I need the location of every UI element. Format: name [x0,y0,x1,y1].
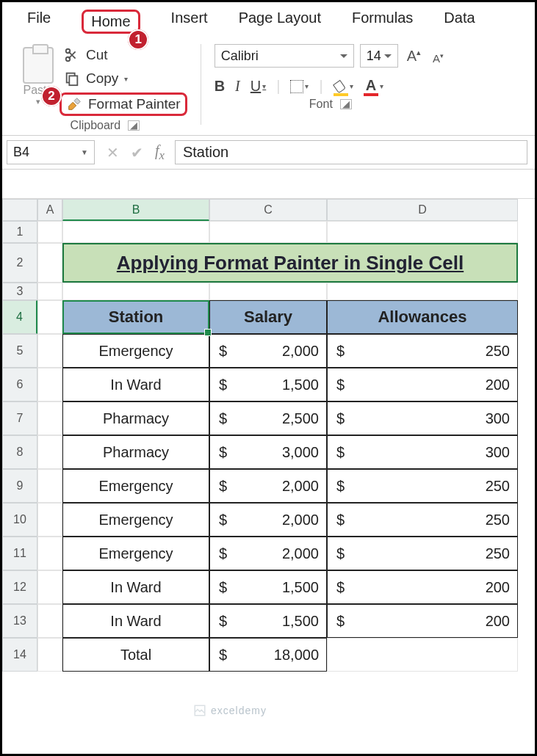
cell-allowances[interactable]: $250 [327,503,518,537]
tab-home[interactable]: Home 1 [82,10,140,34]
cell-allowances[interactable]: $200 [327,604,518,638]
copy-button[interactable]: Copy ▾ [60,69,187,88]
cell[interactable] [37,435,62,469]
cell[interactable] [327,283,518,300]
cell-station[interactable]: In Ward [62,570,209,604]
row-header[interactable]: 7 [2,401,37,435]
worksheet-grid[interactable]: A B C D 1 2 Applying Format Painter in S… [2,199,535,334]
cell[interactable] [209,283,327,300]
header-allowances[interactable]: Allowances [327,300,518,334]
cell-allowances[interactable]: $200 [327,570,518,604]
cell-station[interactable]: Emergency [62,537,209,570]
header-station[interactable]: Station [62,300,209,334]
cell[interactable] [37,503,62,537]
tab-page-layout[interactable]: Page Layout [239,10,321,34]
cell-station[interactable]: Emergency [62,469,209,503]
col-header-d[interactable]: D [327,199,518,221]
cell[interactable] [37,221,62,243]
cell-allowances[interactable]: $200 [327,368,518,401]
title-cell[interactable]: Applying Format Painter in Single Cell [62,243,518,283]
cell[interactable] [37,638,62,672]
row-header[interactable]: 10 [2,503,37,537]
cell[interactable] [37,604,62,638]
cell[interactable] [37,469,62,503]
underline-button[interactable]: U▾ [251,78,266,95]
row-header[interactable]: 3 [2,283,37,300]
cell-allowances[interactable]: $250 [327,469,518,503]
cell[interactable] [209,221,327,243]
name-box[interactable]: B4▼ [7,140,95,164]
cell-total-label[interactable]: Total [62,638,209,672]
cut-button[interactable]: Cut [60,46,187,65]
format-painter-button[interactable]: 2 Format Painter [60,92,187,116]
dialog-launcher-icon[interactable]: ◢ [128,120,140,131]
enter-icon[interactable]: ✔ [131,144,143,161]
bold-button[interactable]: B [215,78,225,95]
cell-salary[interactable]: $1,500 [209,368,327,401]
cell-salary[interactable]: $2,000 [209,537,327,570]
row-header[interactable]: 8 [2,435,37,469]
row-header[interactable]: 13 [2,604,37,638]
cell-salary[interactable]: $2,000 [209,503,327,537]
cell[interactable] [62,221,209,243]
row-header[interactable]: 6 [2,368,37,401]
fill-color-button[interactable]: ▾ [334,79,353,94]
cell-station[interactable]: Emergency [62,334,209,368]
row-header[interactable]: 5 [2,334,37,368]
cell-allowances[interactable]: $250 [327,334,518,368]
col-header-a[interactable]: A [37,199,62,221]
italic-button[interactable]: I [235,78,240,95]
cell[interactable] [37,570,62,604]
cell-station[interactable]: Pharmacy [62,401,209,435]
col-header-c[interactable]: C [209,199,327,221]
cell-total-salary[interactable]: $18,000 [209,638,327,672]
row-header[interactable]: 11 [2,537,37,570]
font-size-select[interactable]: 14 [360,44,398,68]
row-header[interactable]: 4 [2,300,37,334]
cancel-icon[interactable]: ✕ [107,144,119,161]
cell-allowances[interactable]: $300 [327,435,518,469]
dialog-launcher-icon[interactable]: ◢ [340,99,352,109]
cell[interactable] [37,300,62,334]
increase-font-icon[interactable]: A▴ [404,48,424,65]
decrease-font-icon[interactable]: A▾ [430,52,447,65]
tab-formulas[interactable]: Formulas [352,10,413,34]
cell-salary[interactable]: $2,000 [209,334,327,368]
select-all-corner[interactable] [2,199,37,221]
row-header[interactable]: 9 [2,469,37,503]
font-name-select[interactable]: Calibri [215,44,354,68]
font-color-button[interactable]: ▾ [364,79,383,94]
cell-salary[interactable]: $1,500 [209,570,327,604]
cell-allowances[interactable]: $300 [327,401,518,435]
row-header[interactable]: 12 [2,570,37,604]
formula-input[interactable]: Station [175,140,527,164]
row-header[interactable]: 14 [2,638,37,672]
cell-station[interactable]: In Ward [62,604,209,638]
cell[interactable] [37,368,62,401]
cell-salary[interactable]: $1,500 [209,604,327,638]
cell[interactable] [37,334,62,368]
cell[interactable] [37,243,62,283]
cell-station[interactable]: In Ward [62,368,209,401]
cell[interactable] [37,283,62,300]
cell[interactable] [37,537,62,570]
cell[interactable] [327,221,518,243]
cell[interactable] [37,401,62,435]
header-salary[interactable]: Salary [209,300,327,334]
cell-station[interactable]: Emergency [62,503,209,537]
fx-icon[interactable]: fx [155,142,165,163]
cell[interactable] [62,283,209,300]
cell-station[interactable]: Pharmacy [62,435,209,469]
row-header[interactable]: 2 [2,243,37,283]
cell-allowances[interactable]: $250 [327,537,518,570]
cell[interactable] [327,638,518,672]
row-header[interactable]: 1 [2,221,37,243]
cell-salary[interactable]: $3,000 [209,435,327,469]
border-button[interactable]: ▾ [290,80,309,93]
tab-file[interactable]: File [27,10,51,34]
tab-data[interactable]: Data [444,10,475,34]
cell-salary[interactable]: $2,500 [209,401,327,435]
col-header-b[interactable]: B [62,199,209,221]
tab-insert[interactable]: Insert [171,10,208,34]
cell-salary[interactable]: $2,000 [209,469,327,503]
